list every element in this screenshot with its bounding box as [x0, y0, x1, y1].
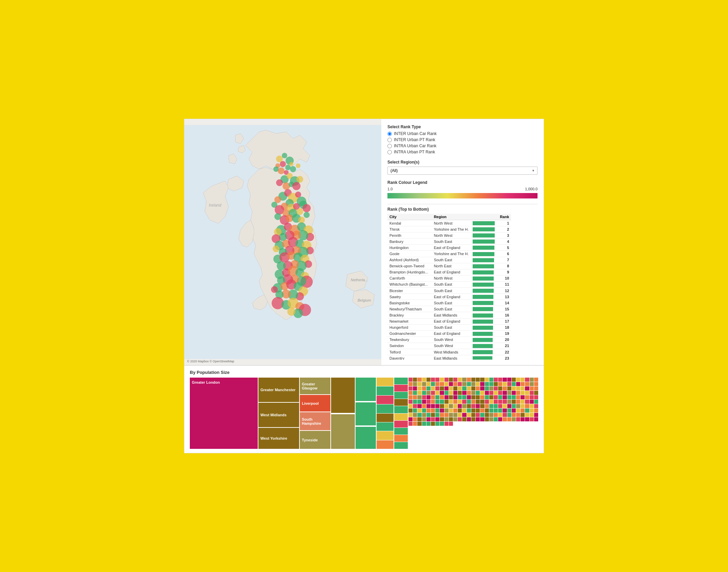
- city-cell: Berwick-upon-Tweed: [387, 263, 432, 269]
- rank-bar: [473, 270, 494, 274]
- city-cell: Basingstoke: [387, 300, 432, 306]
- city-cell: Brampton (Huntingdo...: [387, 269, 432, 275]
- col-rank: Rank: [498, 214, 511, 220]
- map-area[interactable]: Belgium Netherla... Ireland: [184, 119, 381, 365]
- treemap-west-yorkshire[interactable]: West Yorkshire: [258, 428, 299, 449]
- table-row[interactable]: Brackley East Midlands 16: [387, 312, 511, 318]
- bar-cell: [471, 318, 498, 324]
- bar-cell: [471, 257, 498, 263]
- rank-bar: [473, 313, 493, 318]
- table-row[interactable]: Carnforth North West 10: [387, 275, 511, 281]
- region-label: Select Region(s): [387, 160, 538, 165]
- table-row[interactable]: Huntingdon East of England 5: [387, 245, 511, 251]
- treemap-third-col: Greater Glasgow Liverpool South Hampshir…: [300, 378, 330, 449]
- table-row[interactable]: Telford West Midlands 22: [387, 349, 511, 355]
- table-row[interactable]: Kendal North West 1: [387, 220, 511, 226]
- table-row[interactable]: Newmarket East of England 17: [387, 318, 511, 324]
- bar-cell: [471, 239, 498, 245]
- city-cell: Newmarket: [387, 318, 432, 324]
- treemap-tyneside-label: Tyneside: [302, 438, 318, 442]
- city-cell: Daventry: [387, 355, 432, 360]
- radio-inter-car[interactable]: INTER Urban Car Rank: [387, 131, 538, 136]
- svg-point-22: [296, 176, 303, 183]
- city-cell: Bicester: [387, 288, 432, 294]
- rank-table: City Region Rank Kendal North West 1 Thi…: [387, 214, 538, 360]
- city-cell: Thirsk: [387, 226, 432, 232]
- table-row[interactable]: Hungerford South East 18: [387, 324, 511, 330]
- treemap-south-hampshire[interactable]: South Hampshire: [300, 412, 330, 430]
- table-row[interactable]: Banbury South East 4: [387, 239, 511, 245]
- treemap-west-midlands[interactable]: West Midlands: [258, 403, 299, 427]
- region-cell: North West: [432, 232, 471, 239]
- table-row[interactable]: Tewkesbury South West 20: [387, 337, 511, 343]
- inter-car-label: INTER Urban Car Rank: [394, 131, 437, 136]
- rank-cell: 16: [498, 312, 511, 318]
- table-row[interactable]: Swindon South West 21: [387, 343, 511, 349]
- treemap-manchester[interactable]: Greater Manchester: [258, 378, 299, 402]
- table-row[interactable]: Sawtry East of England 13: [387, 294, 511, 300]
- svg-point-14: [290, 166, 296, 172]
- region-cell: East of England: [432, 330, 471, 337]
- table-row[interactable]: Basingstoke South East 14: [387, 300, 511, 306]
- rank-cell: 3: [498, 232, 511, 239]
- city-cell: Whitchurch (Basingst...: [387, 281, 432, 287]
- table-row[interactable]: Berwick-upon-Tweed North East 8: [387, 263, 511, 269]
- table-row[interactable]: Penrith North West 3: [387, 232, 511, 239]
- table-row[interactable]: Newbury/Thatcham South East 15: [387, 306, 511, 312]
- legend-min: 1.0: [387, 187, 393, 191]
- city-cell: Sawtry: [387, 294, 432, 300]
- region-cell: South East: [432, 257, 471, 263]
- region-cell: East of England: [432, 245, 471, 251]
- table-row[interactable]: Whitchurch (Basingst... South East 11: [387, 281, 511, 287]
- rank-cell: 7: [498, 257, 511, 263]
- table-row[interactable]: Goole Yorkshire and The H. 6: [387, 251, 511, 257]
- region-cell: South East: [432, 281, 471, 287]
- rank-bar: [473, 221, 495, 225]
- treemap-london[interactable]: Greater London: [190, 378, 258, 449]
- svg-point-29: [295, 192, 301, 198]
- radio-intra-car[interactable]: INTRA Urban Car Rank: [387, 144, 538, 148]
- col-bar: [471, 214, 498, 220]
- region-select[interactable]: (All) North West South East East Midland…: [387, 167, 538, 175]
- treemap-col6-grid: [377, 378, 394, 449]
- rank-cell: 10: [498, 275, 511, 281]
- bottom-section: By Population Size Greater London Greate…: [184, 365, 544, 453]
- city-cell: Godmanchester: [387, 330, 432, 337]
- legend-section: Rank Colour Legend 1.0 1,000.0: [387, 180, 538, 198]
- region-cell: North West: [432, 220, 471, 226]
- bar-cell: [471, 300, 498, 306]
- rank-cell: 2: [498, 226, 511, 232]
- table-row[interactable]: Thirsk Yorkshire and The H. 2: [387, 226, 511, 232]
- treemap-col7-grid: [394, 378, 408, 449]
- rank-cell: 21: [498, 343, 511, 349]
- table-row[interactable]: Brampton (Huntingdo... East of England 9: [387, 269, 511, 275]
- region-cell: South East: [432, 324, 471, 330]
- svg-point-69: [273, 246, 279, 252]
- rank-cell: 22: [498, 349, 511, 355]
- treemap-london-block: Greater London: [190, 378, 258, 449]
- treemap-south-hampshire-label: South Hampshire: [302, 417, 328, 425]
- table-row[interactable]: Ashford (Ashford) South East 7: [387, 257, 511, 263]
- treemap-manchester-label: Greater Manchester: [260, 388, 295, 392]
- treemap-container: Greater London Greater Manchester West M…: [190, 378, 538, 449]
- rank-table-title: Rank (Top to Bottom): [387, 207, 538, 212]
- svg-point-9: [285, 165, 291, 170]
- region-select-wrapper[interactable]: (All) North West South East East Midland…: [387, 167, 538, 175]
- table-row[interactable]: Bicester South East 12: [387, 288, 511, 294]
- city-cell: Kendal: [387, 220, 432, 226]
- table-row[interactable]: Godmanchester East of England 19: [387, 330, 511, 337]
- treemap-tyneside[interactable]: Tyneside: [300, 431, 330, 449]
- bar-cell: [471, 337, 498, 343]
- radio-intra-pt[interactable]: INTRA Urban PT Rank: [387, 150, 538, 154]
- table-row[interactable]: Daventry East Midlands 23: [387, 355, 511, 360]
- svg-point-10: [289, 162, 293, 166]
- radio-inter-pt[interactable]: INTER Urban PT Rank: [387, 137, 538, 142]
- treemap-glasgow[interactable]: Greater Glasgow: [300, 378, 330, 394]
- legend-labels: 1.0 1,000.0: [387, 187, 538, 191]
- region-cell: South East: [432, 288, 471, 294]
- treemap-liverpool[interactable]: Liverpool: [300, 395, 330, 412]
- intra-car-label: INTRA Urban Car Rank: [394, 144, 436, 148]
- rank-type-section: Select Rank Type INTER Urban Car Rank IN…: [387, 125, 538, 154]
- city-cell: Carnforth: [387, 275, 432, 281]
- region-cell: North East: [432, 263, 471, 269]
